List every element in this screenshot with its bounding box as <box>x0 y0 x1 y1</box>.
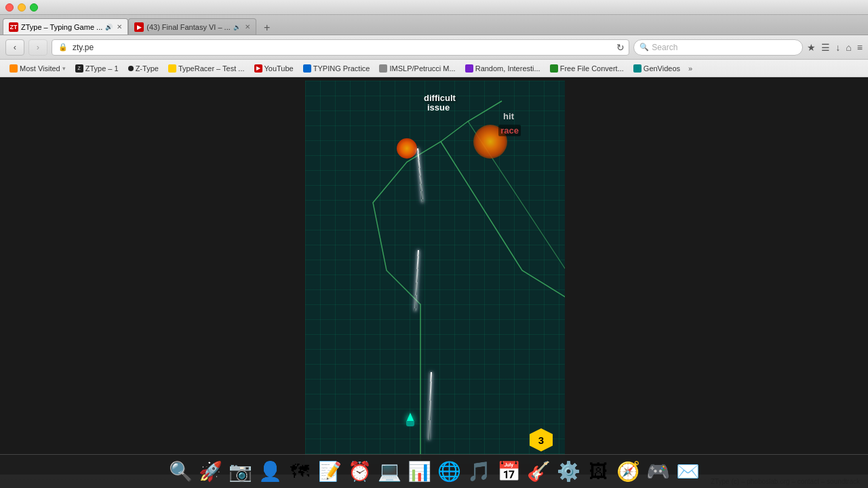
dock-maps[interactable]: 🗺 <box>286 458 313 485</box>
dock-music[interactable]: 🎵 <box>465 458 492 485</box>
url-bar-container[interactable]: 🔒 zty.pe ↻ <box>52 39 629 56</box>
dock-steam[interactable]: 🎮 <box>644 458 671 485</box>
explosion-1 <box>397 138 417 159</box>
dock-reminders[interactable]: ⏰ <box>346 458 373 485</box>
random-favicon <box>465 64 473 73</box>
nav-icons: ★ ☰ ↓ ⌂ ≡ <box>807 42 863 53</box>
ship-bottom <box>406 421 414 426</box>
dock: 🔍 🚀 📷 👤 🗺 📝 ⏰ 💻 📊 🌐 🎵 📅 🎸 ⚙️ 🖼 🧭 <box>0 454 868 488</box>
game-container[interactable]: difficult issue hit race 3 <box>305 77 565 474</box>
imslp-favicon <box>379 64 387 73</box>
bookmark-genvideos-label: GenVideos <box>644 64 680 73</box>
ztype-favicon: ZT <box>9 22 18 32</box>
bookmarks-bar: Most Visited ▾ Z ZType – 1 Z-Type TypeRa… <box>0 60 868 77</box>
bookmark-typeracer-label: TypeRacer – Test ... <box>178 64 245 73</box>
dock-terminal[interactable]: 💻 <box>376 458 403 485</box>
word-hit: hit <box>503 111 514 121</box>
dock-safari[interactable]: 🧭 <box>614 458 642 485</box>
left-bg <box>0 77 305 474</box>
home-icon[interactable]: ⌂ <box>846 42 851 53</box>
bookmark-most-visited[interactable]: Most Visited ▾ <box>5 63 70 74</box>
reload-button[interactable]: ↻ <box>616 42 625 53</box>
bookmarks-icon[interactable]: ★ <box>807 42 816 53</box>
bookmark-imslp-label: IMSLP/Petrucci M... <box>389 64 455 73</box>
bookmark-genvideos[interactable]: GenVideos <box>629 63 684 74</box>
bookmark-ztype1[interactable]: Z ZType – 1 <box>71 63 123 74</box>
word-issue: issue <box>427 102 450 113</box>
tab-ztype-label: ZType – Typing Game ... <box>21 23 102 31</box>
bookmark-ztype2-label: Z-Type <box>136 64 159 73</box>
lock-icon: 🔒 <box>56 41 70 54</box>
dock-mail[interactable]: ✉️ <box>674 458 701 485</box>
bookmark-youtube-label: YouTube <box>264 64 294 73</box>
search-icon: 🔍 <box>639 43 649 52</box>
dock-photos[interactable]: 📷 <box>226 458 254 485</box>
youtube-bookmark-favicon: ▶ <box>254 64 262 73</box>
ztype2-dot-icon <box>128 66 134 71</box>
right-bg <box>565 77 868 474</box>
main-content: difficult issue hit race 3 <box>0 77 868 474</box>
minimize-button[interactable] <box>18 3 26 12</box>
tab-youtube[interactable]: ▶ (43) Final Fantasy VI – ... 🔊 ✕ <box>128 18 256 35</box>
most-visited-favicon <box>9 64 18 73</box>
word-difficult: difficult <box>424 93 456 103</box>
word-race: race <box>498 125 521 136</box>
bookmark-most-visited-label: Most Visited <box>20 64 60 73</box>
bookmark-fileconvert-label: Free File Convert... <box>560 64 624 73</box>
typing-practice-favicon <box>303 64 311 73</box>
game-canvas[interactable]: difficult issue hit race 3 <box>305 81 565 464</box>
fileconvert-favicon <box>550 64 558 73</box>
dock-notes[interactable]: 📝 <box>316 458 343 485</box>
dock-activity[interactable]: 📊 <box>406 458 433 485</box>
dock-finder[interactable]: 🔍 <box>167 458 194 485</box>
tab-youtube-close[interactable]: ✕ <box>245 23 250 30</box>
bookmark-random-label: Random, Interesti... <box>475 64 540 73</box>
maximize-button[interactable] <box>30 3 38 12</box>
ztype1-favicon: Z <box>75 64 83 73</box>
downloads-icon[interactable]: ↓ <box>835 42 840 53</box>
dock-chrome[interactable]: 🌐 <box>435 458 462 485</box>
chevron-down-icon: ▾ <box>62 65 66 72</box>
dock-contacts[interactable]: 👤 <box>256 458 283 485</box>
youtube-favicon: ▶ <box>134 22 144 32</box>
tab-ztype-audio: 🔊 <box>105 24 113 30</box>
traffic-lights <box>5 3 38 12</box>
search-bar[interactable]: 🔍 Search <box>633 39 803 56</box>
dock-preview[interactable]: 🖼 <box>585 458 612 485</box>
back-button[interactable]: ‹ <box>5 39 24 56</box>
bookmark-fileconvert[interactable]: Free File Convert... <box>546 63 628 74</box>
game-grid <box>305 81 565 464</box>
bookmark-ztype1-label: ZType – 1 <box>85 64 119 73</box>
player-ship <box>403 413 417 426</box>
tab-bar: ZT ZType – Typing Game ... 🔊 ✕ ▶ (43) Fi… <box>0 15 868 35</box>
menu-icon[interactable]: ≡ <box>857 42 863 53</box>
close-button[interactable] <box>5 3 14 12</box>
dock-prefs[interactable]: ⚙️ <box>555 458 582 485</box>
typeracer-favicon <box>168 64 176 73</box>
nav-bar: ‹ › 🔒 zty.pe ↻ 🔍 Search ★ ☰ ↓ ⌂ ≡ <box>0 35 868 60</box>
bookmark-ztype2[interactable]: Z-Type <box>124 63 163 74</box>
tab-ztype[interactable]: ZT ZType – Typing Game ... 🔊 ✕ <box>3 18 128 35</box>
bookmark-imslp[interactable]: IMSLP/Petrucci M... <box>375 63 459 74</box>
new-tab-button[interactable]: + <box>259 21 275 35</box>
bookmark-typeracer[interactable]: TypeRacer – Test ... <box>164 63 249 74</box>
bookmark-typing-practice[interactable]: TYPING Practice <box>299 63 374 74</box>
dock-launchpad[interactable]: 🚀 <box>197 458 224 485</box>
bookmark-random[interactable]: Random, Interesti... <box>461 63 545 74</box>
forward-button[interactable]: › <box>28 39 47 56</box>
dock-calendar[interactable]: 📅 <box>495 458 522 485</box>
url-text: zty.pe <box>73 43 94 52</box>
dock-itunes[interactable]: 🎸 <box>525 458 552 485</box>
tab-ztype-close[interactable]: ✕ <box>117 23 122 30</box>
bookmarks-more-button[interactable]: » <box>686 63 695 74</box>
genvideos-favicon <box>633 64 642 73</box>
bookmark-typing-label: TYPING Practice <box>313 64 370 73</box>
title-bar <box>0 0 868 15</box>
search-placeholder: Search <box>652 43 677 52</box>
tab-youtube-label: (43) Final Fantasy VI – ... <box>146 23 231 31</box>
bookmark-youtube[interactable]: ▶ YouTube <box>250 63 298 74</box>
tab-youtube-audio: 🔊 <box>233 24 241 30</box>
reading-list-icon[interactable]: ☰ <box>821 42 830 53</box>
